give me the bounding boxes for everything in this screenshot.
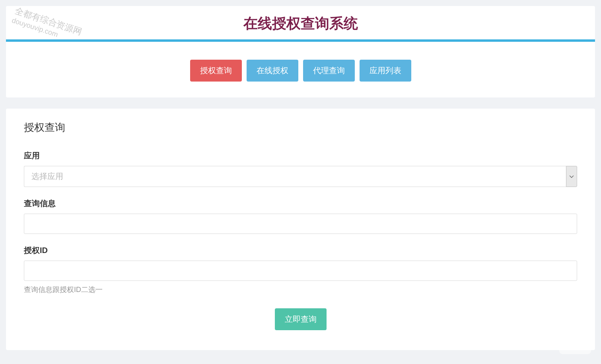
help-text: 查询信息跟授权ID二选一 bbox=[24, 285, 577, 294]
nav-online-auth-button[interactable]: 在线授权 bbox=[247, 60, 298, 82]
chevron-down-icon bbox=[569, 174, 574, 179]
form-title: 授权查询 bbox=[24, 121, 577, 134]
scroll-top-button[interactable] bbox=[559, 334, 591, 354]
divider-bar bbox=[6, 39, 595, 42]
app-select-toggle[interactable] bbox=[566, 166, 577, 187]
form-card: 授权查询 应用 选择应用 查询信息 授权ID 查询信息跟授权ID二选一 立即查询 bbox=[6, 109, 595, 350]
auth-id-label: 授权ID bbox=[24, 245, 577, 256]
nav-app-list-button[interactable]: 应用列表 bbox=[360, 60, 411, 82]
submit-button[interactable]: 立即查询 bbox=[275, 308, 327, 330]
submit-wrap: 立即查询 bbox=[24, 308, 577, 330]
form-group-query-info: 查询信息 bbox=[24, 198, 577, 234]
app-select[interactable]: 选择应用 bbox=[24, 166, 577, 187]
auth-id-input[interactable] bbox=[24, 261, 577, 281]
form-group-app: 应用 选择应用 bbox=[24, 150, 577, 187]
page-title: 在线授权查询系统 bbox=[6, 6, 595, 39]
nav-buttons: 授权查询 在线授权 代理查询 应用列表 bbox=[6, 60, 595, 82]
nav-agent-query-button[interactable]: 代理查询 bbox=[303, 60, 355, 82]
header-card: 在线授权查询系统 授权查询 在线授权 代理查询 应用列表 bbox=[6, 6, 595, 97]
nav-auth-query-button[interactable]: 授权查询 bbox=[190, 60, 242, 82]
form-group-auth-id: 授权ID 查询信息跟授权ID二选一 bbox=[24, 245, 577, 294]
app-select-value: 选择应用 bbox=[24, 166, 566, 187]
query-info-label: 查询信息 bbox=[24, 198, 577, 209]
app-label: 应用 bbox=[24, 150, 577, 161]
query-info-input[interactable] bbox=[24, 214, 577, 234]
